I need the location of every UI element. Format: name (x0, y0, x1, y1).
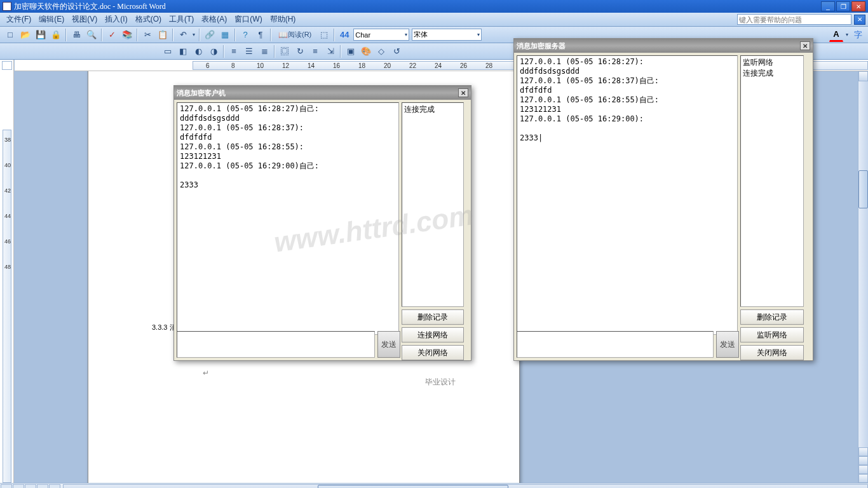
reading-view-button[interactable] (49, 484, 60, 489)
server-listen-button[interactable]: 监听网络 (740, 327, 804, 342)
permission-icon[interactable]: 🔒 (49, 28, 63, 42)
outline-view-button[interactable] (37, 484, 48, 489)
client-close-button[interactable]: ✕ (458, 88, 468, 97)
table-grid-icon[interactable]: ▦ (218, 28, 232, 42)
client-status-box: 连接完成 (402, 102, 464, 307)
menu-insert[interactable]: 插入(I) (101, 13, 131, 26)
crop-icon[interactable]: ⿴ (278, 44, 292, 58)
new-doc-icon[interactable]: □ (3, 28, 17, 42)
word-titlebar: 加密聊天软件的设计论文.doc - Microsoft Word _ ❐ ✕ (0, 0, 868, 13)
format-picture-icon[interactable]: 🎨 (359, 44, 373, 58)
menu-window[interactable]: 窗口(W) (231, 13, 266, 26)
font-combo[interactable]: 宋体▾ (412, 29, 482, 41)
dropdown-icon[interactable]: ⬚ (317, 28, 331, 42)
server-message-input[interactable] (517, 331, 714, 358)
vruler-mark: 38 (3, 137, 13, 143)
client-connect-button[interactable]: 连接网络 (402, 327, 464, 342)
client-window-titlebar[interactable]: 消息加密客户机 ✕ (174, 86, 471, 100)
show-marks-icon[interactable]: ¶ (254, 28, 268, 42)
text-wrap-icon[interactable]: ▣ (344, 44, 358, 58)
paste-icon[interactable]: 📋 (156, 28, 170, 42)
menu-format[interactable]: 格式(O) (132, 13, 165, 26)
ruler-mark: 20 (384, 62, 391, 69)
web-view-button[interactable] (13, 484, 24, 489)
chinese-layout-icon[interactable]: 44 (337, 28, 351, 42)
client-closenet-button[interactable]: 关闭网络 (402, 345, 464, 360)
preview-icon[interactable]: 🔍 (85, 28, 98, 42)
menu-help[interactable]: 帮助(H) (266, 13, 300, 26)
undo-dropdown[interactable]: ▾ (191, 32, 197, 37)
tab-selector[interactable] (2, 61, 12, 70)
menu-view[interactable]: 视图(V) (68, 13, 101, 26)
ruler-mark: 6 (206, 62, 210, 69)
client-message-input[interactable] (177, 331, 375, 358)
ruler-mark: 12 (282, 62, 289, 69)
normal-view-button[interactable] (1, 484, 12, 489)
next-page-button[interactable] (858, 474, 868, 483)
client-delete-button[interactable]: 删除记录 (402, 309, 464, 325)
compress-icon[interactable]: ⇲ (323, 44, 337, 58)
transparent-icon[interactable]: ◇ (374, 44, 388, 58)
browse-object-button[interactable] (858, 465, 868, 474)
toolbar-separator (270, 29, 271, 41)
server-delete-button[interactable]: 删除记录 (740, 309, 804, 325)
menu-edit[interactable]: 编辑(E) (35, 13, 68, 26)
style-combo-value: Char (355, 31, 370, 39)
contrast-icon[interactable]: ◑ (207, 44, 220, 58)
menu-tools[interactable]: 工具(T) (165, 13, 198, 26)
menu-file[interactable]: 文件(F) (3, 13, 35, 26)
menu-table[interactable]: 表格(A) (198, 13, 231, 26)
rotate-icon[interactable]: ↻ (293, 44, 307, 58)
client-chat-window[interactable]: 消息加密客户机 ✕ 127.0.0.1 (05-05 16:28:27)自己: … (173, 85, 471, 361)
vertical-ruler[interactable]: 38 40 42 44 46 48 (3, 130, 11, 483)
undo-icon[interactable]: ↶ (176, 28, 190, 42)
server-chat-window[interactable]: 消息加密服务器 ✕ 127.0.0.1 (05-05 16:28:27): dd… (513, 38, 813, 361)
line-style-icon[interactable]: ≡ (308, 44, 322, 58)
server-window-titlebar[interactable]: 消息加密服务器 ✕ (514, 39, 813, 53)
cut-icon[interactable]: ✂ (140, 28, 154, 42)
server-close-button[interactable]: ✕ (800, 41, 810, 50)
scroll-down-button[interactable] (858, 447, 868, 456)
font-color-dropdown[interactable]: ▾ (844, 32, 850, 37)
style-combo[interactable]: Char▾ (353, 29, 409, 41)
prev-page-button[interactable] (858, 456, 868, 465)
client-log-area[interactable]: 127.0.0.1 (05-05 16:28:27)自己: dddfdsdsgs… (177, 102, 399, 335)
ruler-mark: 14 (308, 62, 315, 69)
scroll-thumb[interactable] (858, 170, 868, 208)
restore-button[interactable]: ❐ (836, 1, 850, 11)
ruler-mark: 28 (485, 62, 492, 69)
align-center-icon[interactable]: ☰ (242, 44, 256, 58)
horizontal-scrollbar[interactable] (63, 484, 868, 489)
hscroll-thumb[interactable] (318, 485, 508, 489)
help-search-input[interactable] (737, 14, 851, 25)
minimize-button[interactable]: _ (821, 1, 835, 11)
hyperlink-icon[interactable]: 🔗 (203, 28, 217, 42)
help-icon[interactable]: ? (238, 28, 252, 42)
server-send-button[interactable]: 发送 (716, 331, 739, 358)
character-shading-icon[interactable]: 字 (851, 28, 865, 42)
client-send-button[interactable]: 发送 (377, 331, 400, 358)
read-layout-button[interactable]: 📖 阅读(R) (274, 28, 316, 42)
scroll-up-button[interactable] (858, 71, 868, 81)
doc-close-button[interactable]: ✕ (854, 15, 865, 25)
server-log-area[interactable]: 127.0.0.1 (05-05 16:28:27): dddfdsdsgsdd… (517, 55, 738, 335)
print-view-button[interactable] (25, 484, 36, 489)
research-icon[interactable]: 📚 (120, 28, 134, 42)
insert-frame-icon[interactable]: ▭ (161, 44, 175, 58)
spellcheck-icon[interactable]: ✓ (105, 28, 119, 42)
print-icon[interactable]: 🖶 (69, 28, 83, 42)
vertical-ruler-column: 38 40 42 44 46 48 (0, 60, 14, 483)
shape-a-icon[interactable]: ◧ (176, 44, 190, 58)
font-combo-value: 宋体 (414, 30, 428, 39)
vertical-scrollbar[interactable] (858, 71, 868, 483)
align-right-icon[interactable]: ≣ (257, 44, 271, 58)
shape-b-icon[interactable]: ◐ (191, 44, 205, 58)
align-left-icon[interactable]: ≡ (227, 44, 241, 58)
reset-picture-icon[interactable]: ↺ (390, 44, 403, 58)
toolbar-separator (137, 29, 138, 41)
save-icon[interactable]: 💾 (34, 28, 48, 42)
server-closenet-button[interactable]: 关闭网络 (740, 345, 804, 360)
font-color-icon[interactable]: A (829, 28, 843, 42)
open-icon[interactable]: 📂 (18, 28, 32, 42)
close-button[interactable]: ✕ (851, 1, 865, 11)
